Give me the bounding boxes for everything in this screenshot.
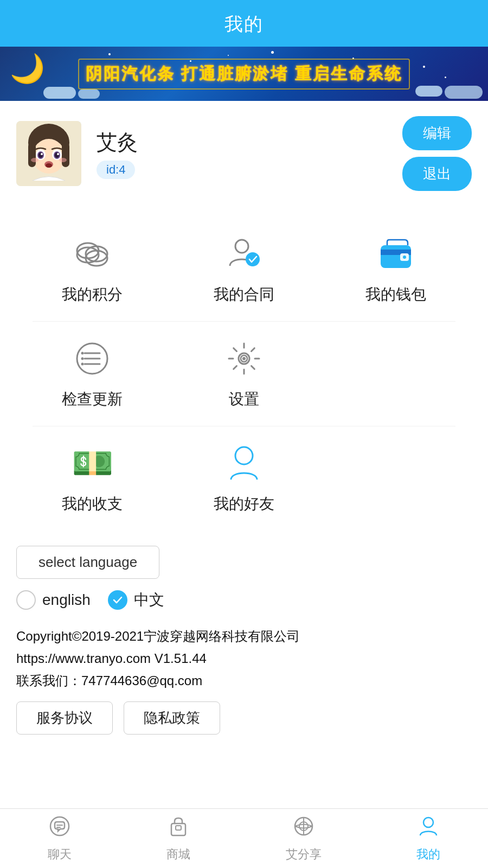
svg-point-12 — [57, 153, 59, 155]
menu-section: 我的积分 我的合同 — [0, 206, 488, 525]
language-option-chinese[interactable]: 中文 — [108, 590, 164, 610]
svg-rect-42 — [176, 826, 181, 830]
svg-point-15 — [31, 158, 38, 162]
income-icon: 💵 — [70, 442, 114, 485]
svg-point-11 — [41, 153, 43, 155]
bottom-nav: 聊天 商城 艾分享 — [0, 808, 488, 868]
menu-item-settings[interactable]: 设置 — [184, 322, 304, 420]
svg-point-38 — [50, 817, 69, 835]
menu-label-contract: 我的合同 — [214, 284, 274, 305]
svg-point-31 — [81, 352, 84, 355]
share-nav-icon — [292, 815, 315, 843]
banner-text-box: 阴阳汽化条 打通脏腑淤堵 重启生命系统 — [78, 59, 410, 90]
svg-point-32 — [81, 358, 84, 360]
profile-id: id:4 — [97, 161, 135, 179]
menu-label-friends: 我的好友 — [214, 494, 274, 514]
nav-label-mine: 我的 — [416, 846, 440, 863]
svg-point-33 — [81, 363, 84, 366]
settings-icon — [222, 337, 266, 380]
moon-icon: 🌙 — [10, 52, 45, 85]
menu-label-income: 我的收支 — [62, 494, 123, 514]
svg-point-26 — [403, 256, 406, 259]
svg-point-22 — [246, 252, 260, 266]
svg-rect-4 — [62, 143, 69, 167]
svg-point-14 — [46, 163, 52, 168]
menu-row-2: 检查更新 设置 — [16, 322, 472, 420]
profile-buttons: 编辑 退出 — [402, 116, 472, 191]
friends-icon — [222, 442, 266, 485]
menu-row-3: 💵 我的收支 我的好友 — [16, 426, 472, 525]
terms-button[interactable]: 服务协议 — [16, 701, 113, 735]
menu-label-settings: 设置 — [229, 389, 259, 410]
banner: 🌙 阴阳汽化条 打通脏腑淤堵 重启生命系统 — [0, 47, 488, 101]
page-title: 我的 — [224, 14, 264, 34]
wallet-icon — [374, 232, 418, 276]
nav-label-share: 艾分享 — [286, 846, 322, 863]
clouds-right — [415, 86, 483, 99]
copyright-text: Copyright©2019-2021宁波穿越网络科技有限公司 — [16, 626, 472, 648]
svg-point-46 — [423, 818, 433, 827]
language-section: select language english 中文 — [0, 531, 488, 610]
privacy-button[interactable]: 隐私政策 — [124, 701, 220, 735]
contact-text: 联系我们：747744636@qq.com — [16, 670, 472, 692]
shop-nav-icon — [167, 815, 190, 843]
menu-item-income[interactable]: 💵 我的收支 — [33, 426, 152, 525]
nav-label-chat: 聊天 — [48, 846, 72, 863]
profile-name: 艾灸 — [97, 129, 402, 156]
points-icon — [70, 232, 114, 276]
menu-label-wallet: 我的钱包 — [365, 284, 426, 305]
menu-item-update[interactable]: 检查更新 — [33, 322, 152, 420]
nav-item-chat[interactable]: 聊天 — [48, 815, 72, 863]
nav-label-shop: 商城 — [166, 846, 190, 863]
banner-text: 阴阳汽化条 打通脏腑淤堵 重启生命系统 — [86, 65, 402, 82]
language-select-button[interactable]: select language — [16, 546, 159, 579]
chinese-label: 中文 — [134, 590, 164, 610]
footer-info: Copyright©2019-2021宁波穿越网络科技有限公司 https://… — [0, 626, 488, 745]
website-text: https://www.tranyo.com V1.51.44 — [16, 648, 472, 670]
svg-point-16 — [59, 158, 67, 162]
svg-rect-3 — [28, 143, 36, 167]
avatar-image — [16, 121, 81, 186]
nav-item-share[interactable]: 艾分享 — [286, 815, 322, 863]
svg-point-21 — [235, 240, 248, 253]
menu-item-wallet[interactable]: 我的钱包 — [336, 217, 455, 316]
profile-info: 艾灸 id:4 — [97, 129, 402, 179]
svg-point-37 — [235, 447, 253, 464]
logout-button[interactable]: 退出 — [402, 157, 472, 191]
menu-item-points[interactable]: 我的积分 — [33, 217, 152, 316]
bottom-padding — [0, 745, 488, 816]
language-options: english 中文 — [16, 590, 472, 610]
nav-item-shop[interactable]: 商城 — [166, 815, 190, 863]
language-option-english[interactable]: english — [16, 590, 91, 610]
chinese-radio — [108, 590, 127, 610]
menu-item-contract[interactable]: 我的合同 — [184, 217, 304, 316]
profile-section: 艾灸 id:4 编辑 退出 — [0, 101, 488, 206]
english-label: english — [42, 591, 91, 609]
avatar — [16, 121, 81, 186]
contract-icon — [222, 232, 266, 276]
chat-nav-icon — [48, 815, 71, 843]
page-header: 我的 — [0, 0, 488, 47]
svg-point-36 — [242, 357, 246, 360]
check-icon — [112, 594, 124, 606]
edit-button[interactable]: 编辑 — [402, 116, 472, 150]
update-icon — [70, 337, 114, 380]
menu-item-friends[interactable]: 我的好友 — [184, 426, 304, 525]
english-radio — [16, 590, 36, 610]
nav-item-mine[interactable]: 我的 — [416, 815, 440, 863]
menu-row-1: 我的积分 我的合同 — [16, 217, 472, 316]
footer-links: 服务协议 隐私政策 — [16, 701, 472, 735]
mine-nav-icon — [417, 815, 440, 843]
menu-label-points: 我的积分 — [62, 284, 123, 305]
menu-label-update: 检查更新 — [62, 389, 123, 410]
